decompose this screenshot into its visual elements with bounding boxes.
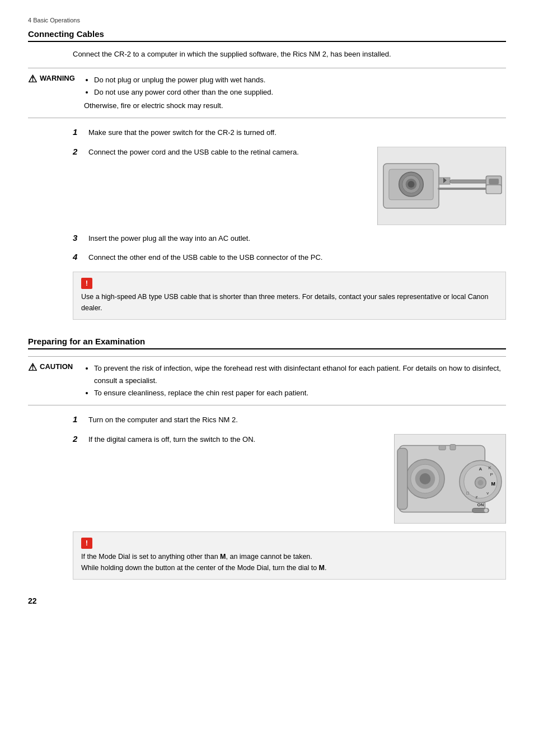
note-text-2a: If the Mode Dial is set to anything othe…: [81, 553, 312, 561]
note-box-2: ! If the Mode Dial is set to anything ot…: [73, 531, 506, 580]
warning-label-area: ⚠ WARNING: [28, 74, 84, 112]
caution-label-text: CAUTION: [40, 362, 73, 371]
step-1-num: 1: [73, 127, 83, 137]
step-1-text: Make sure that the power switch for the …: [88, 127, 506, 139]
steps-area-1: 1 Make sure that the power switch for th…: [73, 127, 506, 320]
step-2-left: 2 Connect the power cord and the USB cab…: [73, 147, 372, 158]
svg-rect-12: [486, 185, 502, 194]
svg-point-32: [420, 473, 431, 484]
svg-point-25: [478, 480, 484, 486]
note-bold-m2: M: [319, 564, 325, 572]
step-2-2: 2 If the digital camera is off, turn the…: [73, 434, 506, 524]
section-preparing: Preparing for an Examination ⚠ CAUTION T…: [28, 337, 506, 580]
step-2-image: [377, 147, 506, 225]
step-3-num: 3: [73, 233, 83, 242]
svg-rect-10: [489, 179, 499, 184]
warning-bullet-1: Do not plug or unplug the power plug wit…: [94, 74, 506, 86]
svg-text:A: A: [479, 466, 483, 472]
section1-title: Connecting Cables: [28, 29, 506, 42]
caution-icon: ⚠: [28, 362, 37, 372]
note-bold-m1: M: [220, 553, 226, 561]
caution-label-area: ⚠ CAUTION: [28, 362, 84, 399]
svg-rect-34: [439, 446, 446, 450]
svg-text:P: P: [490, 472, 493, 477]
svg-point-6: [408, 181, 415, 188]
caution-bullet-1: To prevent the risk of infection, wipe t…: [94, 362, 506, 387]
svg-text:ON: ON: [477, 503, 484, 508]
intro-text: Connect the CR-2 to a computer in which …: [73, 49, 506, 60]
caution-content: To prevent the risk of infection, wipe t…: [84, 362, 506, 399]
svg-rect-8: [450, 180, 489, 183]
cable-illustration: [378, 147, 505, 225]
note-icon-2: !: [81, 538, 92, 549]
step-2-2-num: 2: [73, 434, 83, 444]
page-number: 22: [28, 596, 506, 605]
warning-otherwise: Otherwise, fire or electric shock may re…: [84, 100, 506, 112]
step-2-1-num: 1: [73, 414, 83, 424]
step-2: 2 Connect the power cord and the USB cab…: [73, 147, 506, 225]
step-2-2-image: A P M v z □ ON: [394, 434, 506, 524]
section-connecting-cables: Connecting Cables Connect the CR-2 to a …: [28, 29, 506, 320]
note-text-2b: While holding down the button at the cen…: [81, 564, 326, 572]
warning-bullet-2: Do not use any power cord other than the…: [94, 86, 506, 99]
caution-box: ⚠ CAUTION To prevent the risk of infecti…: [28, 356, 506, 405]
step-4-text: Connect the other end of the USB cable t…: [88, 252, 506, 264]
note-box-1: ! Use a high-speed AB type USB cable tha…: [73, 272, 506, 320]
page-header: 4 Basic Operations: [28, 17, 506, 24]
camera-illustration: A P M v z □ ON: [395, 434, 505, 524]
svg-point-28: [484, 508, 488, 513]
svg-text:K: K: [489, 465, 492, 470]
step-1: 1 Make sure that the power switch for th…: [73, 127, 506, 139]
warning-box: ⚠ WARNING Do not plug or unplug the powe…: [28, 68, 506, 118]
svg-rect-35: [450, 445, 456, 450]
svg-text:z: z: [476, 494, 478, 500]
step-2-1-text: Turn on the computer and start the Rics …: [88, 414, 506, 426]
step-2-2-text: If the digital camera is off, turn the s…: [88, 434, 388, 446]
svg-rect-33: [397, 449, 407, 510]
steps-area-2: 1 Turn on the computer and start the Ric…: [73, 414, 506, 580]
warning-content: Do not plug or unplug the power plug wit…: [84, 74, 506, 112]
svg-text:M: M: [491, 481, 495, 487]
step-2-num: 2: [73, 147, 83, 156]
note-icon-1: !: [81, 278, 92, 289]
svg-text:v: v: [486, 491, 489, 496]
step-4-num: 4: [73, 252, 83, 262]
step-2-2-left: 2 If the digital camera is off, turn the…: [73, 434, 388, 446]
step-3: 3 Insert the power plug all the way into…: [73, 233, 506, 245]
step-4: 4 Connect the other end of the USB cable…: [73, 252, 506, 264]
warning-icon: ⚠: [28, 74, 37, 84]
svg-text:□: □: [466, 491, 469, 496]
warning-label-text: WARNING: [40, 74, 75, 82]
step-3-text: Insert the power plug all the way into a…: [88, 233, 506, 245]
section2-title: Preparing for an Examination: [28, 337, 506, 349]
step-2-text: Connect the power cord and the USB cable…: [88, 147, 372, 158]
caution-bullet-2: To ensure cleanliness, replace the chin …: [94, 387, 506, 399]
step-2-1: 1 Turn on the computer and start the Ric…: [73, 414, 506, 426]
note-text-1: Use a high-speed AB type USB cable that …: [81, 293, 488, 312]
